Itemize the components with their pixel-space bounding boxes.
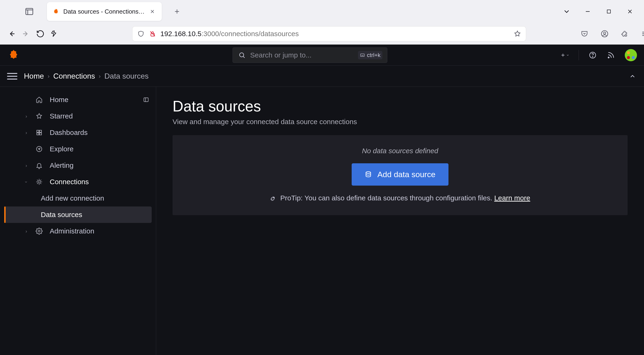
browser-tab[interactable]: Data sources - Connections - G: [47, 2, 162, 21]
account-icon[interactable]: [599, 28, 610, 40]
chevron-right-icon: ›: [24, 114, 28, 119]
sidebar-item-label: Starred: [50, 112, 73, 120]
breadcrumb-current: Data sources: [104, 72, 149, 81]
app-header: ctrl+k: [0, 45, 644, 66]
svg-rect-14: [37, 133, 39, 135]
global-search[interactable]: ctrl+k: [232, 47, 387, 63]
tab-close-icon[interactable]: [149, 8, 156, 15]
chevron-right-icon: ›: [24, 130, 28, 135]
protip: ProTip: You can also define data sources…: [270, 194, 530, 202]
menu-toggle-icon[interactable]: [7, 73, 17, 80]
sidebar-item-starred[interactable]: › Starred: [4, 108, 152, 124]
search-input[interactable]: [250, 51, 354, 59]
svg-point-19: [366, 172, 371, 173]
nav-back-button[interactable]: [7, 28, 16, 40]
chevron-down-icon: ›: [24, 179, 29, 184]
grafana-favicon-icon: [52, 8, 60, 15]
svg-point-9: [592, 56, 593, 57]
list-tabs-icon[interactable]: [562, 7, 571, 16]
extensions-icon[interactable]: [50, 28, 58, 40]
add-button-label: Add data source: [378, 170, 436, 179]
sidebar-item-explore[interactable]: Explore: [4, 141, 152, 157]
star-icon: [35, 113, 43, 120]
browser-chrome: Data sources - Connections - G: [0, 0, 644, 45]
sidebar-item-label: Add new connection: [41, 194, 104, 202]
svg-rect-12: [37, 130, 39, 132]
sidebar-item-label: Data sources: [41, 211, 82, 219]
chevron-right-icon: ›: [48, 73, 50, 80]
add-data-source-button[interactable]: Add data source: [352, 163, 449, 186]
database-icon: [365, 171, 372, 178]
empty-message: No data sources defined: [362, 147, 438, 155]
chevron-right-icon: ›: [99, 73, 100, 80]
cog-icon: [35, 228, 43, 235]
sidebar-item-administration[interactable]: › Administration: [4, 223, 152, 239]
protip-learn-more-link[interactable]: Learn more: [494, 194, 530, 202]
window-maximize-icon[interactable]: [604, 7, 614, 16]
main-content: Data sources View and manage your connec…: [156, 87, 644, 355]
svg-rect-11: [144, 98, 148, 102]
tab-title: Data sources - Connections - G: [63, 8, 145, 15]
shield-icon[interactable]: [137, 30, 145, 38]
sidebar-item-add-connection[interactable]: Add new connection: [4, 190, 152, 206]
bell-icon: [35, 162, 43, 169]
svg-point-20: [273, 197, 274, 198]
empty-state-panel: No data sources defined Add data source …: [172, 135, 628, 215]
apps-icon: [35, 129, 43, 136]
svg-rect-13: [40, 130, 42, 132]
sidebar-item-label: Connections: [50, 178, 89, 186]
svg-point-17: [38, 181, 40, 183]
browser-sidebar-icon[interactable]: [24, 6, 35, 17]
collapse-up-icon[interactable]: [628, 72, 637, 81]
nav-forward-button: [22, 28, 30, 40]
sidebar-item-data-sources[interactable]: Data sources: [4, 206, 152, 223]
svg-rect-0: [26, 9, 33, 15]
breadcrumb-bar: Home › Connections › Data sources: [0, 66, 644, 87]
bookmark-star-icon[interactable]: [514, 30, 522, 38]
sidebar-item-alerting[interactable]: › Alerting: [4, 157, 152, 174]
news-rss-icon[interactable]: [606, 51, 616, 60]
home-icon: [35, 96, 43, 103]
breadcrumb-home[interactable]: Home: [24, 72, 44, 81]
sidebar-item-dashboards[interactable]: › Dashboards: [4, 124, 152, 141]
new-tab-button[interactable]: [171, 6, 183, 17]
pocket-icon[interactable]: [578, 28, 590, 40]
avatar[interactable]: [625, 49, 637, 61]
app-menu-icon[interactable]: [639, 28, 644, 40]
sidebar-item-label: Administration: [50, 227, 94, 235]
url-text: 192.168.10.5:3000/connections/datasource…: [160, 30, 299, 38]
sidebar-item-label: Explore: [50, 145, 74, 153]
dock-panel-icon[interactable]: [143, 96, 149, 103]
svg-rect-1: [607, 10, 610, 13]
url-bar[interactable]: 192.168.10.5:3000/connections/datasource…: [132, 26, 526, 41]
chevron-right-icon: ›: [24, 163, 28, 168]
tab-strip: Data sources - Connections - G: [0, 0, 644, 23]
sidebar-item-label: Home: [50, 96, 68, 104]
breadcrumb: Home › Connections › Data sources: [24, 72, 149, 81]
compass-icon: [35, 145, 43, 153]
sidebar-item-connections[interactable]: › Connections: [4, 174, 152, 190]
svg-point-16: [36, 146, 42, 152]
grafana-logo-icon[interactable]: [7, 49, 20, 62]
svg-point-10: [608, 57, 609, 58]
browser-toolbar: 192.168.10.5:3000/connections/datasource…: [0, 23, 644, 45]
plug-icon: [35, 178, 43, 185]
extension-puzzle-icon[interactable]: [619, 28, 631, 40]
nav-reload-button[interactable]: [36, 28, 44, 40]
search-shortcut: ctrl+k: [358, 51, 382, 59]
window-minimize-icon[interactable]: [583, 7, 592, 16]
lock-insecure-icon[interactable]: [149, 30, 156, 38]
chevron-right-icon: ›: [24, 228, 28, 234]
svg-point-18: [38, 230, 40, 232]
window-close-icon[interactable]: [625, 7, 634, 16]
rocket-icon: [270, 195, 276, 201]
protip-text: ProTip: You can also define data sources…: [280, 194, 494, 202]
page-subtitle: View and manage your connected data sour…: [172, 118, 628, 126]
svg-rect-7: [360, 54, 364, 56]
breadcrumb-connections[interactable]: Connections: [53, 72, 95, 81]
svg-rect-15: [40, 133, 42, 135]
help-icon[interactable]: [588, 51, 597, 60]
page-title: Data sources: [172, 98, 628, 115]
add-button[interactable]: [560, 51, 569, 60]
sidebar-item-home[interactable]: Home: [4, 92, 152, 108]
